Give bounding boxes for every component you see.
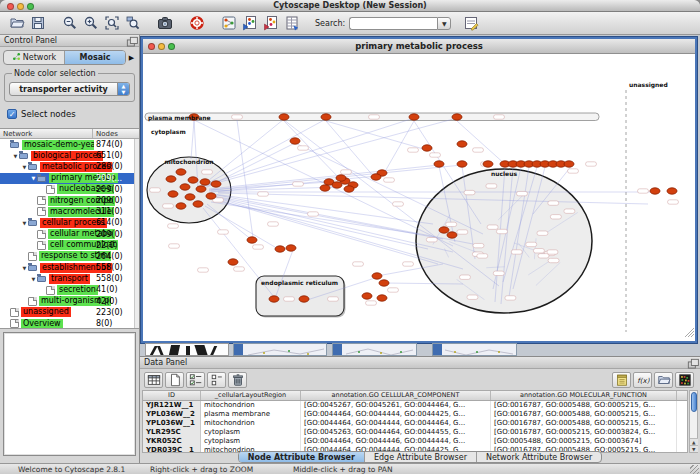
disclosure-triangle-icon[interactable]: ▼ [30,276,37,282]
tree-column-nodes[interactable]: Nodes [93,129,118,138]
window-titlebar[interactable]: Cytoscape Desktop (New Session) [0,0,700,12]
float-panel-icon[interactable] [687,358,697,368]
zoom-out-icon[interactable] [59,13,80,33]
table-row[interactable]: YLR295Ccytoplasm[GO:0045263, GO:0044464,… [143,428,687,437]
network-node[interactable] [457,161,467,167]
tree-row-cell-communicat[interactable]: cell communicat22(0) [0,240,139,251]
attribute-table-icon[interactable] [144,372,163,388]
network-canvas[interactable]: plasma membranecytoplasmmitochondrionnuc… [143,54,695,339]
attribute-cell[interactable]: [GO:0016787, GO:0005488, GO:0005215, G..… [491,419,677,428]
tree-row-secretion[interactable]: secretion41(0) [0,284,139,295]
network-node[interactable] [667,188,677,194]
network-node[interactable] [290,138,300,144]
tab-node-attribute-browser[interactable]: Node Attribute Browser [239,452,365,462]
search-dropdown-arrow-icon[interactable]: ▼ [437,17,451,30]
network-node[interactable] [362,293,372,299]
tree-row-metabolic-process[interactable]: ▼metabolic process280(0) [0,161,139,172]
network-window-titlebar[interactable]: primary metabolic process [143,39,695,54]
network-node[interactable] [206,193,216,199]
float-panel-icon[interactable] [126,36,136,46]
attribute-cell[interactable]: [GO:0005488, GO:0005215, GO:0003674] [491,437,677,446]
tab-network[interactable]: Network [4,51,65,64]
network-node[interactable] [452,114,462,120]
attribute-cell[interactable]: [GO:0044464, GO:0044444, GO:0044464, G..… [301,419,491,428]
import-attribute-table-icon[interactable] [281,13,302,33]
tree-scrollbar[interactable] [134,139,139,328]
zoom-view-icon[interactable] [168,43,175,50]
disclosure-triangle-icon[interactable]: ▼ [21,220,28,226]
network-node[interactable] [211,181,221,187]
column-header[interactable]: ID [143,391,201,400]
tab-network-attribute-browser[interactable]: Network Attribute Browser [477,452,601,462]
attribute-cell[interactable]: mitochondrion [201,419,301,428]
minimize-window-icon[interactable] [17,3,24,10]
formula-builder-icon[interactable]: f(x) [633,372,652,388]
disclosure-triangle-icon[interactable]: ▼ [21,164,28,170]
tree-row-establishment-of-lo[interactable]: ▼establishment of lo558(0) [0,262,139,273]
row-id-cell[interactable]: YLR295C [143,428,201,437]
table-row[interactable]: YKR052Ccytoplasm[GO:0044464, GO:0044446,… [143,437,687,446]
column-header[interactable]: annotation.GO CELLULAR_COMPONENT [301,391,491,400]
network-node[interactable] [193,201,203,207]
network-node[interactable] [166,176,176,182]
tree-row-macromolecule[interactable]: macromolecule311(0) [0,206,139,217]
table-scrollbar-thumb[interactable] [691,392,698,412]
network-node[interactable] [200,179,210,185]
disclosure-triangle-icon[interactable]: ▼ [30,175,37,181]
tree-row-biological-process[interactable]: ▼biological_process651(0) [0,150,139,161]
scroll-up-icon[interactable]: ▲ [690,438,698,445]
help-icon[interactable] [186,13,207,33]
network-node[interactable] [564,161,574,167]
attribute-cell[interactable]: cytoplasm [201,437,301,446]
attribute-cell[interactable]: [GO:0044464, GO:0044444, GO:0044425, G..… [301,410,491,419]
tree-row-unassigned[interactable]: unassigned223(0) [0,307,139,318]
node-color-combo[interactable]: transporter activity ▲▼ [9,82,130,96]
tree-row-cellular-metabo[interactable]: cellular metabo209(0) [0,229,139,240]
network-node[interactable] [185,194,195,200]
network-node[interactable] [176,169,186,175]
search-input[interactable] [349,17,437,30]
select-attributes-icon[interactable] [186,372,205,388]
select-nodes-checkbox[interactable]: ✓ [7,109,17,119]
network-node[interactable] [279,114,289,120]
resize-grip-icon[interactable] [690,465,699,474]
network-node[interactable] [269,296,279,302]
network-node[interactable] [336,175,346,181]
network-node[interactable] [196,186,206,192]
attribute-cell[interactable]: cytoplasm [201,428,301,437]
tree-row-mosaic-demo-yeast[interactable]: mosaic-demo-yeast874(0) [0,139,139,150]
snapshot-icon[interactable] [154,13,175,33]
attribute-cell[interactable]: mitochondrion [201,401,301,410]
tabs-overflow-arrow-icon[interactable]: ▶ [126,54,137,62]
network-node[interactable] [247,237,257,243]
network-node[interactable] [344,186,354,192]
birdseye-view[interactable] [3,332,136,456]
network-view-window[interactable]: primary metabolic process plasma membran… [141,37,697,343]
zoom-selected-icon[interactable] [122,13,143,33]
row-id-cell[interactable]: YPL036W__1 [143,419,201,428]
import-network-database-icon[interactable] [260,13,281,33]
tree-column-network[interactable]: Network [0,129,93,138]
delete-attribute-icon[interactable] [228,372,247,388]
open-file-icon[interactable] [6,13,27,33]
network-node[interactable] [650,188,660,194]
disclosure-triangle-icon[interactable]: ▼ [21,265,28,271]
tree-row-overview[interactable]: Overview8(0) [0,318,139,329]
minimize-view-icon[interactable] [158,43,165,50]
network-node[interactable] [447,232,457,238]
network-node[interactable] [439,227,449,233]
network-node[interactable] [286,245,296,251]
attribute-matrix-icon[interactable] [675,372,694,388]
network-node[interactable] [275,246,285,252]
tree-row-nitrogen-compo[interactable]: nitrogen compo209(0) [0,195,139,206]
tree-row-response-to-stimulu[interactable]: response to stimulu264(0) [0,251,139,262]
network-node[interactable] [422,145,432,151]
background-window-fragment[interactable] [145,343,229,356]
network-node[interactable] [457,141,467,147]
tree-row-multi-organism-pro[interactable]: multi-organism pro42(0) [0,296,139,307]
network-node[interactable] [409,114,419,120]
close-window-icon[interactable] [7,3,14,10]
network-node[interactable] [434,161,444,167]
combo-stepper-icon[interactable]: ▲▼ [117,83,129,95]
row-id-cell[interactable]: YJR121W__1 [143,401,201,410]
